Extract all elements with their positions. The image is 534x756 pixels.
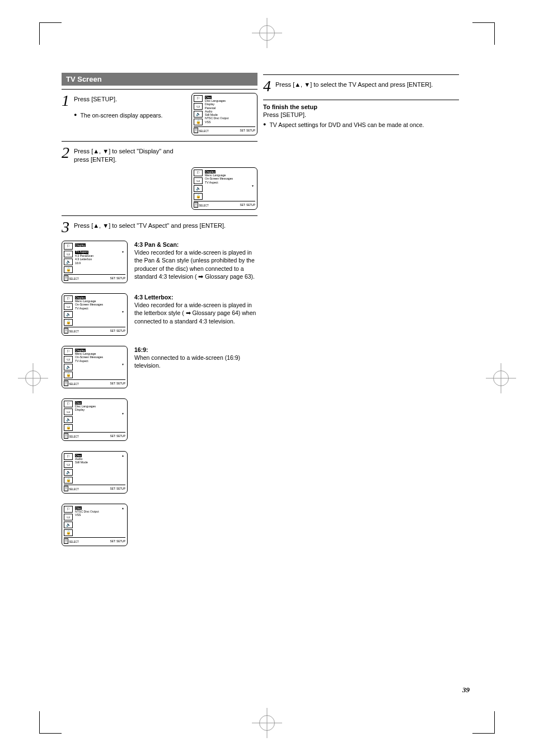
bullet-icon: ●: [263, 121, 266, 129]
osd1-fl: SELECT: [199, 130, 209, 133]
osd-v4-fm: SET: SETUP: [110, 435, 125, 438]
flag-icon: ⚐: [64, 243, 73, 250]
divider: [62, 141, 257, 142]
lock-icon: 🔒: [64, 372, 73, 378]
flag-icon: ⚐: [64, 348, 73, 355]
osd-v4-i1: Display: [75, 408, 124, 411]
osd-v1-i2: 16:9: [75, 261, 124, 265]
osd-v4-fl: SELECT: [69, 435, 79, 438]
step-1-text: Press [SETUP].: [74, 93, 117, 104]
crop-mark-br: [472, 711, 495, 734]
section-heading-tv-screen: TV Screen: [62, 73, 257, 86]
speaker-icon: 🔈: [194, 185, 203, 192]
up-arrow-icon: ▲: [121, 454, 124, 457]
flag-icon: ⚐: [64, 401, 73, 407]
left-column: TV Screen 1 Press [SETUP]. ● The on-scre…: [62, 73, 257, 546]
down-arrow-icon: ▼: [121, 412, 124, 415]
flag-icon: ⚐: [64, 506, 73, 513]
speaker-icon: 🔈: [194, 111, 203, 118]
osd2-i2: TV Aspect: [205, 181, 254, 184]
divider: [62, 215, 257, 216]
osd-v6-fl: SELECT: [69, 541, 79, 543]
divider: [62, 89, 257, 90]
wide-title: 16:9:: [134, 346, 257, 354]
osd-variant-3: ⚐ ▭ 🔈 🔒 Display Menu Language On-Screen …: [62, 346, 128, 388]
crop-mark-tr: [472, 22, 495, 45]
wide-text: When connected to a wide-screen (16:9) t…: [134, 354, 257, 369]
osd-screenshot-2: ⚐ ▭ 🔈 🔒 Display Menu Language On-Screen …: [191, 167, 257, 210]
step-4-text: Press [▲, ▼] to select the TV Aspect and…: [275, 78, 433, 89]
tv-icon: ▭: [64, 303, 73, 310]
crop-mark-bl: [39, 711, 62, 734]
divider: [263, 100, 459, 100]
tv-icon: ▭: [64, 408, 73, 415]
up-down-icon: ▲, ▼: [93, 222, 109, 229]
to-finish-heading: To finish the setup: [263, 104, 459, 110]
tv-icon: ▭: [64, 251, 73, 257]
osd-variant-6: ⚐ ▭ 🔈 🔒 Disc ▲ NTSC Disc Output VSS ▯▯▢ …: [62, 504, 128, 546]
osd2-fm: SET: SETUP: [240, 204, 255, 206]
osd-v6-fm: SET: SETUP: [110, 540, 125, 543]
step-2-text: Press [▲, ▼] to select "Display" and pre…: [74, 145, 186, 164]
down-arrow-icon: ▼: [251, 184, 254, 187]
osd-v3-fl: SELECT: [69, 383, 79, 386]
tv-icon: ▭: [64, 356, 73, 363]
lb-text: Video recorded for a wide-screen is play…: [134, 301, 257, 325]
ps-title: 4:3 Pan & Scan:: [134, 241, 257, 248]
step-3: 3 Press [▲, ▼] to select "TV Aspect" and…: [62, 219, 257, 235]
ps-text: Video recorded for a wide-screen is play…: [134, 248, 257, 280]
osd-screenshot-1: ⚐ ▭ 🔈 🔒 Disc Disc Languages Display Pare…: [191, 93, 257, 135]
flag-icon: ⚐: [194, 170, 203, 176]
right-arrow-icon: ➡: [186, 309, 191, 316]
osd-v2-i2: TV Aspect: [75, 307, 124, 310]
osd-v1-title: Display: [75, 243, 86, 247]
registration-mark-bottom: [252, 708, 282, 738]
osd-v1-fm: SET: SETUP: [110, 277, 125, 280]
speaker-icon: 🔈: [64, 416, 73, 423]
osd-variant-4: ⚐ ▭ 🔈 🔒 Disc Disc Languages Display ▼ ▯▯…: [62, 398, 128, 441]
up-down-icon: ▲, ▼: [93, 148, 109, 154]
lock-icon: 🔒: [64, 424, 73, 431]
osd-variants: ⚐ ▭ 🔈 🔒 Display ▼ TV Aspect 4:3 Pan&Scan…: [62, 241, 257, 546]
divider: [263, 74, 459, 75]
tv-icon: ▭: [194, 177, 203, 184]
to-finish-body: Press [SETUP].: [263, 111, 459, 118]
flag-icon: ⚐: [64, 295, 73, 302]
lock-icon: 🔒: [194, 119, 203, 125]
osd1-i6: VSS: [205, 120, 254, 124]
tv-icon: ▭: [194, 103, 203, 110]
flag-icon: ⚐: [64, 453, 73, 460]
lock-icon: 🔒: [64, 477, 73, 483]
right-column: 4 Press [▲, ▼] to select the TV Aspect a…: [263, 73, 459, 129]
osd-variant-1: ⚐ ▭ 🔈 🔒 Display ▼ TV Aspect 4:3 Pan&Scan…: [62, 241, 128, 283]
speaker-icon: 🔈: [64, 364, 73, 370]
lb-title: 4:3 Letterbox:: [134, 293, 257, 301]
to-finish-bullet: TV Aspect settings for DVD and VHS can b…: [269, 121, 424, 129]
osd-v2-fl: SELECT: [69, 330, 79, 333]
registration-mark-right: [486, 363, 516, 393]
registration-mark-top: [252, 18, 282, 48]
up-arrow-icon: ▲: [121, 506, 124, 510]
lock-icon: 🔒: [194, 193, 203, 200]
up-down-icon: ▲, ▼: [294, 81, 310, 88]
registration-mark-left: [18, 363, 48, 393]
osd-variant-5: ⚐ ▭ 🔈 🔒 Disc ▲ Audio Still Mode ▯▯▢ SELE…: [62, 451, 128, 494]
speaker-icon: 🔈: [64, 259, 73, 265]
step-1-bullet: The on-screen display appears.: [80, 112, 162, 120]
speaker-icon: 🔈: [64, 469, 73, 476]
osd-v2-fm: SET: SETUP: [110, 330, 125, 332]
osd-v3-fm: SET: SETUP: [110, 382, 125, 385]
step-4: 4 Press [▲, ▼] to select the TV Aspect a…: [263, 78, 459, 94]
osd2-fl: SELECT: [199, 204, 209, 207]
tv-icon: ▭: [64, 461, 73, 468]
osd-v3-i2: TV Aspect: [75, 359, 124, 363]
step-2: 2 Press [▲, ▼] to select "Display" and p…: [62, 145, 257, 210]
flag-icon: ⚐: [194, 95, 203, 102]
down-arrow-icon: ▼: [121, 363, 124, 366]
osd-v5-fm: SET: SETUP: [110, 487, 125, 490]
speaker-icon: 🔈: [64, 522, 73, 528]
step-number-4: 4: [263, 78, 271, 94]
osd-v1-fl: SELECT: [69, 278, 79, 280]
step-1: 1 Press [SETUP]. ● The on-screen display…: [62, 93, 257, 135]
osd-v5-i4: Still Mode: [75, 461, 124, 464]
